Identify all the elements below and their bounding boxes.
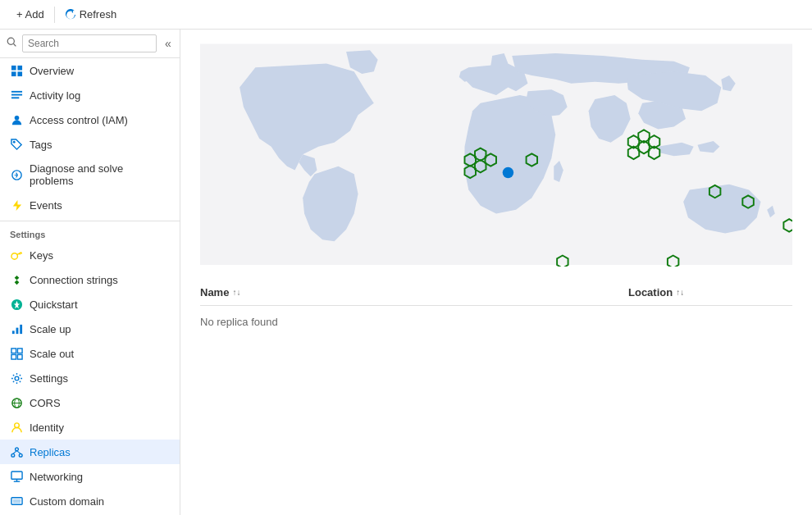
sidebar-label-scale-out: Scale out	[30, 348, 74, 360]
svg-line-1	[14, 44, 16, 47]
svg-point-0	[7, 38, 14, 44]
diagnose-icon	[10, 168, 23, 181]
svg-rect-32	[11, 471, 21, 478]
collapse-sidebar-button[interactable]: «	[162, 35, 175, 52]
col-name-header[interactable]: Name ↑↓	[200, 286, 628, 299]
col-name-sort-icon[interactable]: ↑↓	[232, 288, 240, 297]
refresh-button[interactable]: Refresh	[58, 5, 124, 24]
search-icon	[7, 37, 17, 50]
svg-line-31	[16, 450, 21, 453]
tags-icon	[10, 138, 23, 151]
sidebar-label-diagnose: Diagnose and solve problems	[30, 162, 170, 187]
svg-rect-8	[11, 97, 18, 98]
svg-rect-19	[17, 348, 22, 353]
sidebar-label-replicas: Replicas	[30, 446, 71, 458]
svg-rect-18	[11, 348, 16, 353]
sidebar-item-quickstart[interactable]: Quickstart	[0, 292, 180, 317]
sidebar-item-identity[interactable]: Identity	[0, 415, 180, 440]
col-name-label: Name	[200, 286, 229, 299]
sidebar: « Overview Activity log	[0, 30, 180, 515]
svg-point-29	[19, 453, 22, 457]
search-input[interactable]	[22, 34, 157, 52]
sidebar-label-quickstart: Quickstart	[30, 299, 78, 311]
sidebar-label-connection-strings: Connection strings	[30, 274, 118, 286]
scale-out-icon	[10, 347, 23, 360]
sidebar-label-keys: Keys	[30, 249, 53, 262]
sidebar-label-scale-up: Scale up	[30, 323, 71, 335]
scale-up-icon	[10, 322, 23, 335]
identity-icon	[10, 421, 23, 434]
svg-point-26	[14, 422, 19, 427]
col-location-header[interactable]: Location ↑↓	[628, 286, 792, 299]
svg-rect-20	[11, 354, 16, 359]
sidebar-item-settings[interactable]: Settings	[0, 366, 180, 390]
svg-rect-3	[17, 65, 22, 70]
svg-point-9	[14, 115, 19, 120]
sidebar-item-custom-domain[interactable]: Custom domain	[0, 489, 180, 513]
svg-rect-21	[17, 354, 22, 359]
svg-point-12	[11, 253, 17, 259]
settings-section-label: Settings	[0, 221, 180, 243]
activity-log-icon	[10, 89, 23, 102]
refresh-label: Refresh	[80, 8, 117, 21]
sidebar-label-activity-log: Activity log	[30, 89, 80, 102]
cors-icon	[10, 396, 23, 409]
content-area: Name ↑↓ Location ↑↓ No replica found	[180, 30, 812, 515]
add-button[interactable]: + Add	[10, 5, 51, 24]
sidebar-item-overview[interactable]: Overview	[0, 58, 180, 83]
svg-rect-36	[12, 499, 20, 503]
svg-rect-4	[11, 71, 16, 76]
sidebar-item-events[interactable]: Events	[0, 193, 180, 217]
table-header: Name ↑↓ Location ↑↓	[200, 280, 792, 306]
svg-rect-5	[17, 71, 22, 76]
connection-strings-icon	[10, 273, 23, 286]
map-container	[180, 30, 812, 280]
sidebar-item-scale-up[interactable]: Scale up	[0, 317, 180, 341]
world-map	[200, 43, 792, 267]
svg-rect-17	[20, 324, 22, 333]
overview-icon	[10, 64, 23, 77]
svg-point-27	[15, 447, 18, 450]
svg-point-22	[15, 376, 19, 381]
sidebar-label-custom-domain: Custom domain	[30, 495, 104, 508]
table-area: Name ↑↓ Location ↑↓ No replica found	[180, 280, 812, 515]
toolbar: + Add Refresh	[0, 0, 812, 30]
sidebar-item-activity-log[interactable]: Activity log	[0, 83, 180, 107]
networking-icon	[10, 470, 23, 483]
sidebar-label-cors: CORS	[30, 397, 61, 409]
replicas-icon	[10, 445, 23, 458]
toolbar-separator	[54, 7, 55, 23]
refresh-icon	[65, 9, 76, 21]
col-location-sort-icon[interactable]: ↑↓	[676, 288, 684, 297]
sidebar-item-replicas[interactable]: Replicas	[0, 440, 180, 464]
sidebar-item-keys[interactable]: Keys	[0, 243, 180, 267]
sidebar-label-settings: Settings	[30, 372, 68, 385]
col-location-label: Location	[628, 286, 673, 299]
sidebar-item-tags[interactable]: Tags	[0, 132, 180, 157]
svg-rect-6	[11, 90, 21, 92]
sidebar-item-networking[interactable]: Networking	[0, 464, 180, 489]
quickstart-icon	[10, 298, 23, 311]
table-empty-message: No replica found	[200, 306, 792, 338]
svg-rect-16	[16, 327, 18, 334]
sidebar-item-scale-out[interactable]: Scale out	[0, 341, 180, 366]
access-control-icon	[10, 113, 23, 126]
svg-line-30	[12, 450, 16, 453]
sidebar-label-networking: Networking	[30, 471, 83, 483]
sidebar-item-access-control[interactable]: Access control (IAM)	[0, 107, 180, 132]
svg-point-10	[12, 140, 15, 143]
svg-rect-15	[11, 330, 14, 334]
sidebar-label-tags: Tags	[30, 139, 52, 151]
sidebar-item-diagnose[interactable]: Diagnose and solve problems	[0, 157, 180, 193]
search-box: «	[0, 30, 180, 58]
main-layout: « Overview Activity log	[0, 30, 812, 515]
sidebar-item-cors[interactable]: CORS	[0, 390, 180, 415]
svg-rect-7	[11, 93, 21, 95]
settings-icon	[10, 371, 23, 385]
keys-icon	[10, 248, 23, 262]
svg-point-51	[503, 167, 513, 178]
custom-domain-icon	[10, 494, 23, 508]
sidebar-scroll: Overview Activity log Access control (IA…	[0, 58, 180, 515]
events-icon	[10, 198, 23, 212]
sidebar-item-connection-strings[interactable]: Connection strings	[0, 267, 180, 292]
